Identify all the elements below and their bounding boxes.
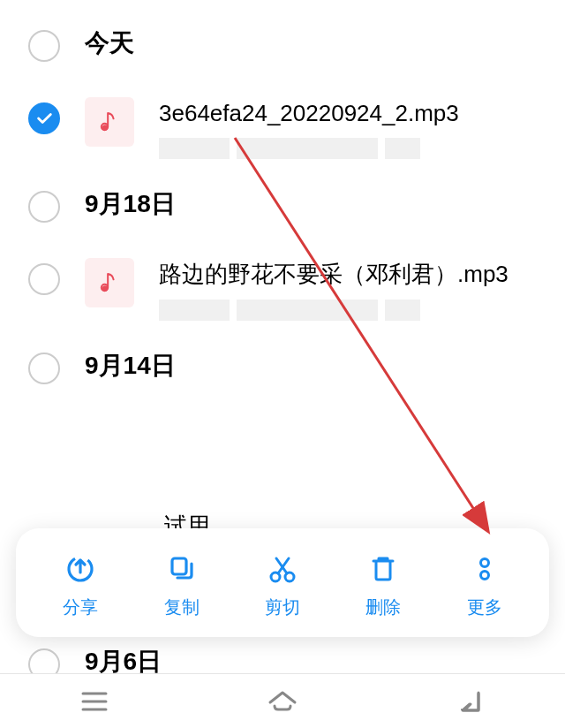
copy-button[interactable]: 复制 — [144, 551, 220, 619]
section-label: 9月18日 — [85, 187, 176, 221]
home-icon — [264, 683, 301, 720]
file-meta: 路边的野花不要采（邓利君）.mp3 — [159, 258, 537, 320]
file-name: 3e64efa24_20220924_2.mp3 — [159, 97, 537, 129]
action-label: 更多 — [467, 595, 502, 619]
music-file-icon — [85, 97, 134, 147]
section-header-sep18[interactable]: 9月18日 — [0, 168, 565, 240]
section-header-today[interactable]: 今天 — [0, 7, 565, 80]
back-icon — [452, 683, 489, 720]
action-label: 剪切 — [265, 595, 300, 619]
svg-point-7 — [480, 572, 488, 580]
file-list: 今天 3e64efa24_20220924_2.mp3 9月18日 — [0, 0, 565, 402]
copy-icon — [164, 551, 200, 587]
recents-button[interactable] — [41, 680, 147, 723]
delete-button[interactable]: 删除 — [345, 551, 421, 619]
file-subinfo — [159, 138, 537, 159]
music-file-icon — [85, 258, 134, 307]
svg-point-1 — [102, 286, 108, 292]
checkbox-today[interactable] — [28, 30, 60, 62]
check-icon — [34, 109, 54, 128]
action-label: 复制 — [164, 595, 200, 619]
share-icon — [63, 551, 98, 587]
section-label: 今天 — [85, 27, 134, 60]
cut-button[interactable]: 剪切 — [245, 551, 320, 619]
action-label: 分享 — [63, 595, 98, 619]
back-button[interactable] — [418, 680, 524, 723]
music-note-icon — [100, 271, 119, 294]
trash-icon — [365, 551, 401, 587]
file-name: 路边的野花不要采（邓利君）.mp3 — [159, 258, 537, 290]
more-button[interactable]: 更多 — [447, 551, 523, 619]
svg-point-0 — [102, 125, 108, 130]
section-header-sep14[interactable]: 9月14日 — [0, 330, 565, 402]
checkbox-sep18[interactable] — [28, 191, 60, 223]
svg-point-6 — [480, 559, 488, 567]
file-meta: 3e64efa24_20220924_2.mp3 — [159, 97, 537, 159]
share-button[interactable]: 分享 — [42, 551, 118, 619]
file-row[interactable]: 3e64efa24_20220924_2.mp3 — [0, 80, 565, 168]
action-label: 删除 — [365, 595, 401, 619]
action-bar: 分享 复制 剪切 删除 — [16, 528, 549, 637]
section-label: 9月14日 — [85, 349, 176, 383]
checkbox-file-2[interactable] — [28, 263, 60, 295]
music-note-icon — [100, 110, 119, 133]
cut-icon — [265, 551, 300, 587]
checkbox-file-1[interactable] — [28, 102, 60, 134]
menu-icon — [76, 683, 113, 720]
more-vertical-icon — [467, 551, 502, 587]
home-button[interactable] — [230, 680, 335, 723]
checkbox-sep14[interactable] — [28, 353, 60, 384]
system-nav-bar — [0, 673, 565, 728]
file-row[interactable]: 路边的野花不要采（邓利君）.mp3 — [0, 240, 565, 329]
svg-rect-3 — [172, 558, 186, 574]
file-subinfo — [159, 300, 537, 321]
